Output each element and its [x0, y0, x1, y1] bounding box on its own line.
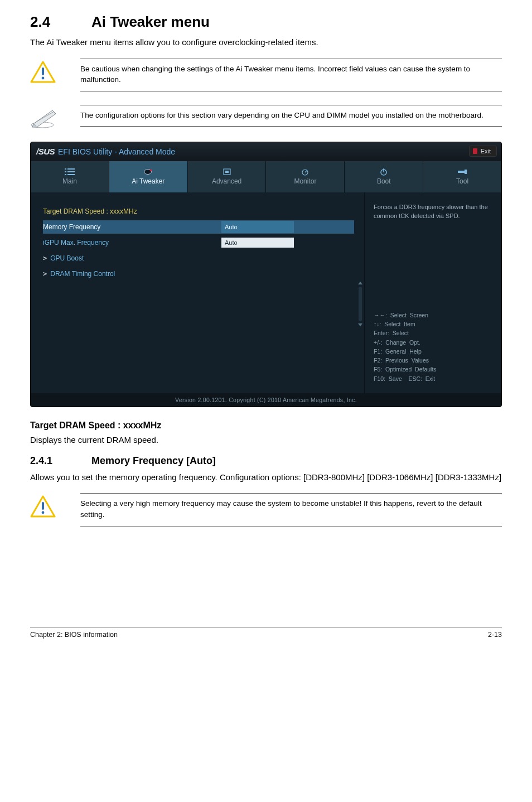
help-line: F5: Optimized Defaults: [374, 365, 492, 374]
option-help-text: Forces a DDR3 frequency slower than the …: [374, 202, 492, 221]
svg-rect-10: [67, 171, 75, 172]
svg-rect-7: [65, 168, 66, 170]
svg-rect-8: [67, 168, 75, 170]
caution-icon: [30, 493, 80, 518]
caution-text-1: Be cautious when changing the settings o…: [80, 59, 502, 91]
tab-ai-label: Ai Tweaker: [132, 177, 165, 185]
caution-block-1: Be cautious when changing the settings o…: [30, 59, 502, 91]
bios-footer: Version 2.00.1201. Copyright (C) 2010 Am…: [31, 393, 501, 407]
igpu-max-label: iGPU Max. Frequency: [43, 239, 221, 247]
svg-point-14: [149, 170, 152, 172]
svg-rect-1: [42, 67, 44, 75]
svg-rect-9: [65, 171, 66, 172]
page-footer: Chapter 2: BIOS information 2-13: [30, 627, 502, 639]
svg-rect-11: [65, 174, 66, 175]
bios-tabs: Main Ai Tweaker Advanced Monitor Boot: [31, 161, 501, 192]
tweaker-icon: [143, 168, 153, 176]
row-dram-timing-control[interactable]: > DRAM Timing Control: [43, 267, 354, 281]
tab-ai-tweaker[interactable]: Ai Tweaker: [109, 161, 188, 192]
bios-body: Target DRAM Speed : xxxxMHz Memory Frequ…: [31, 192, 501, 393]
section-name: Ai Tweaker menu: [91, 13, 210, 31]
row-igpu-max-frequency[interactable]: iGPU Max. Frequency Auto: [43, 236, 354, 249]
memory-frequency-value[interactable]: Auto: [221, 221, 294, 233]
svg-rect-12: [67, 174, 75, 175]
note-text-1: The configuration options for this secti…: [80, 105, 502, 127]
tab-boot-label: Boot: [377, 177, 391, 185]
help-line: F10: Save ESC: Exit: [374, 374, 492, 383]
note-block-1: The configuration options for this secti…: [30, 105, 502, 128]
scroll-track[interactable]: [359, 287, 362, 321]
svg-rect-21: [458, 171, 465, 173]
intro-text: The Ai Tweaker menu items allow you to c…: [30, 36, 502, 49]
svg-rect-16: [225, 171, 229, 173]
tab-tool-label: Tool: [456, 177, 468, 185]
svg-point-25: [42, 511, 45, 514]
list-icon: [65, 168, 75, 176]
svg-marker-4: [33, 110, 56, 127]
memory-frequency-label: Memory Frequency: [43, 223, 221, 231]
help-line: F2: Previous Values: [374, 356, 492, 365]
help-line: Enter: Select: [374, 328, 492, 337]
tab-advanced[interactable]: Advanced: [188, 161, 267, 192]
scrollbar[interactable]: [357, 282, 363, 326]
svg-line-18: [305, 171, 307, 172]
exit-button[interactable]: Exit: [469, 146, 497, 157]
scroll-up-icon[interactable]: [358, 282, 362, 284]
tool-icon: [457, 168, 467, 176]
svg-point-2: [42, 76, 45, 79]
bios-left-pane: Target DRAM Speed : xxxxMHz Memory Frequ…: [31, 192, 364, 393]
help-line: +/-: Change Opt.: [374, 338, 492, 347]
tab-tool[interactable]: Tool: [423, 161, 501, 192]
row-memory-frequency[interactable]: Memory Frequency Auto: [43, 220, 354, 234]
gpu-boost-label: GPU Boost: [50, 254, 229, 262]
caution-block-2: Selecting a very high memory frequency m…: [30, 493, 502, 526]
tab-monitor[interactable]: Monitor: [266, 161, 345, 192]
caution-text-2: Selecting a very high memory frequency m…: [80, 493, 502, 526]
tab-advanced-label: Advanced: [212, 177, 241, 185]
footer-right: 2-13: [488, 631, 502, 639]
help-line: →←: Select Screen: [374, 311, 492, 320]
bios-titlebar: /SUS EFI BIOS Utility - Advanced Mode Ex…: [31, 142, 501, 161]
igpu-max-value[interactable]: Auto: [221, 238, 294, 248]
target-dram-body: Displays the current DRAM speed.: [30, 434, 502, 446]
tab-main[interactable]: Main: [31, 161, 109, 192]
chip-icon: [222, 168, 232, 176]
caution-icon: [30, 59, 80, 83]
key-help-block: →←: Select Screen ↑↓: Select Item Enter:…: [374, 311, 492, 383]
section-title: 2.4 Ai Tweaker menu: [30, 13, 502, 31]
section-number: 2.4: [30, 13, 91, 31]
target-dram-heading: Target DRAM Speed : xxxxMHz: [30, 421, 502, 431]
chevron-icon: >: [43, 270, 47, 278]
monitor-icon: [300, 168, 310, 176]
help-line: ↑↓: Select Item: [374, 320, 492, 328]
asus-logo: /SUS: [36, 147, 55, 156]
subsection-title: 2.4.1 Memory Frequency [Auto]: [30, 455, 502, 467]
bios-utility-title: EFI BIOS Utility - Advanced Mode: [58, 147, 175, 156]
help-line: F1: General Help: [374, 347, 492, 356]
bios-screenshot: /SUS EFI BIOS Utility - Advanced Mode Ex…: [30, 142, 502, 407]
tab-main-label: Main: [62, 177, 77, 185]
svg-rect-24: [42, 502, 44, 510]
subsection-body: Allows you to set the memory operating f…: [30, 471, 502, 484]
bios-right-pane: Forces a DDR3 frequency slower than the …: [364, 192, 501, 393]
tab-boot[interactable]: Boot: [345, 161, 423, 192]
subsection-number: 2.4.1: [30, 455, 91, 467]
row-gpu-boost[interactable]: > GPU Boost: [43, 252, 354, 265]
dram-timing-label: DRAM Timing Control: [50, 270, 229, 278]
target-dram-speed: Target DRAM Speed : xxxxMHz: [43, 207, 221, 215]
scroll-down-icon[interactable]: [358, 323, 362, 326]
tab-monitor-label: Monitor: [294, 177, 316, 185]
subsection-name: Memory Frequency [Auto]: [91, 455, 216, 467]
chevron-icon: >: [43, 254, 47, 262]
svg-rect-22: [465, 170, 467, 174]
footer-left: Chapter 2: BIOS information: [30, 631, 118, 639]
pencil-note-icon: [30, 105, 80, 128]
power-icon: [379, 168, 389, 176]
